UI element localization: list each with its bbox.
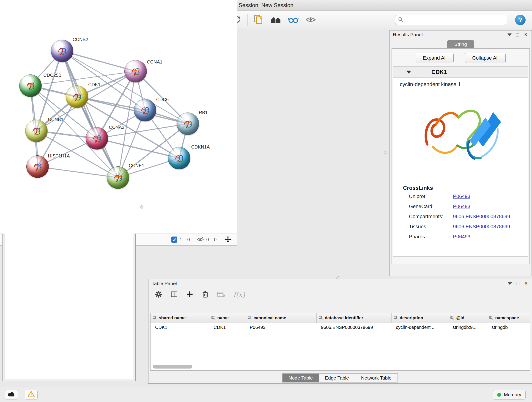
crosslink-row: Pharos: P06493 [409, 234, 528, 240]
clear-table-icon [217, 290, 226, 299]
table-cell[interactable]: 9606.ENSP00000378699 [317, 323, 391, 332]
hidden-counts: 0 – 0 [206, 237, 216, 242]
table-cell[interactable]: CDK1 [151, 323, 209, 332]
show-hide-button[interactable] [304, 13, 318, 27]
tab-edge-table[interactable]: Edge Table [319, 373, 355, 383]
string-results-box: Expand All Collapse All CDK1 cyclin-depe… [392, 48, 530, 264]
column-header[interactable]: canonical name [245, 313, 317, 323]
selected-counts: 1 – 0 [180, 237, 190, 242]
network-node-ccnb2[interactable] [51, 40, 73, 62]
table-cell[interactable]: stringdb:9... [448, 323, 487, 332]
network-node-cdc6[interactable] [134, 99, 156, 121]
copy-style-button[interactable] [251, 13, 266, 27]
function-builder-icon: f(x) [233, 291, 245, 299]
help-button[interactable]: ? [515, 15, 526, 25]
table-cell[interactable]: CDK1 [209, 323, 245, 332]
tab-node-table[interactable]: Node Table [282, 373, 319, 383]
tab-network-table[interactable]: Network Table [355, 373, 398, 383]
crosslink-label: Tissues: [409, 224, 453, 230]
network-node-rb1[interactable] [177, 113, 199, 135]
column-header[interactable]: @id [448, 313, 487, 323]
column-header[interactable]: description [391, 313, 448, 323]
delete-column-icon[interactable] [201, 290, 209, 299]
selected-nodes-checkbox-icon[interactable] [171, 236, 177, 243]
network-node-cdc25b[interactable] [19, 75, 42, 97]
memory-status-icon [497, 393, 501, 397]
network-view-panel: CCNB2CCNA1CDC25BCDK1CDC6RB1CCNB1CCNA2CDK… [0, 0, 237, 246]
column-header[interactable]: shared name [151, 313, 209, 323]
network-node-ccna1[interactable] [124, 60, 147, 83]
float-panel-icon[interactable] [516, 33, 519, 36]
network-edges [0, 0, 237, 234]
crosslink-label: Compartments: [409, 214, 453, 220]
close-panel-icon[interactable]: × [523, 32, 528, 37]
protein-description: cyclin-dependent kinase 1 [393, 78, 528, 88]
crosslink-link[interactable]: P06493 [453, 234, 470, 240]
network-edge[interactable] [38, 167, 118, 178]
table-options-gear-icon[interactable] [154, 290, 163, 299]
crosslink-link[interactable]: 9606.ENSP00000378699 [453, 214, 510, 220]
close-panel-icon[interactable]: × [524, 281, 529, 286]
network-node-ccna2[interactable] [86, 127, 108, 150]
table-cell[interactable]: stringdb [487, 323, 530, 332]
network-node-label: CCNA1 [147, 59, 162, 65]
crosslink-link[interactable]: 9606.ENSP00000378699 [453, 224, 510, 230]
horizontal-scrollbar[interactable] [153, 365, 192, 369]
warning-icon [27, 391, 35, 399]
network-node-label: CCNE1 [129, 163, 144, 168]
show-columns-icon[interactable] [170, 290, 178, 299]
network-node-label: CDC6 [156, 97, 169, 102]
cloud-button[interactable] [5, 390, 18, 400]
panel-menu-icon[interactable] [507, 33, 512, 36]
warnings-button[interactable] [25, 390, 38, 400]
status-bar: Memory [0, 387, 532, 402]
network-canvas[interactable]: CCNB2CCNA1CDC25BCDK1CDC6RB1CCNB1CCNA2CDK… [0, 0, 237, 234]
network-edge[interactable] [62, 51, 118, 178]
hidden-eye-icon[interactable] [196, 236, 204, 244]
crosslink-row: Tissues: 9606.ENSP00000378699 [409, 224, 528, 230]
network-node-ccne1[interactable] [107, 166, 129, 189]
search-field[interactable] [395, 15, 507, 25]
crosslink-row: Compartments: 9606.ENSP00000378699 [409, 214, 528, 220]
layout-tools-button[interactable] [269, 13, 283, 27]
crosslink-label: GeneCard: [409, 204, 453, 210]
memory-label: Memory [504, 392, 521, 397]
application-window: Session: New Session [0, 0, 532, 402]
panel-menu-icon[interactable] [508, 282, 512, 285]
add-column-icon[interactable] [186, 290, 194, 299]
expand-all-button[interactable]: Expand All [416, 53, 454, 63]
network-node-hist1h1a[interactable] [26, 155, 49, 178]
search-input[interactable] [405, 17, 504, 23]
memory-button[interactable]: Memory [493, 390, 526, 400]
table-cell[interactable]: P06493 [245, 323, 317, 332]
protein-structure-image [413, 91, 509, 180]
crosslink-link[interactable]: P06493 [453, 204, 470, 210]
eye-icon [305, 14, 316, 26]
table-cell[interactable]: cyclin-dependent ... [391, 323, 448, 332]
protein-section-header[interactable]: CDK1 [393, 67, 528, 78]
table-row[interactable]: CDK1 CDK1 P06493 9606.ENSP00000378699 cy… [151, 323, 530, 332]
splitter-handle[interactable] [140, 205, 143, 209]
collapse-all-button[interactable]: Collapse All [465, 53, 506, 63]
houses-icon [270, 14, 281, 26]
float-panel-icon[interactable] [516, 282, 519, 285]
column-header[interactable]: name [209, 313, 245, 323]
tab-string[interactable]: String [447, 40, 474, 49]
splitter-handle[interactable] [336, 276, 339, 279]
splitter-handle[interactable] [384, 151, 387, 154]
network-node-cdk1[interactable] [66, 85, 88, 108]
pan-move-icon[interactable] [224, 235, 232, 244]
filter-view-button[interactable] [286, 13, 300, 27]
protein-name: CDK1 [431, 69, 447, 75]
protein-section: CDK1 cyclin-dependent kinase 1 [393, 66, 528, 257]
network-node-label: CDC25B [44, 73, 62, 78]
column-header[interactable]: database identifier [317, 313, 391, 323]
column-header[interactable]: namespace [487, 313, 530, 323]
crosslink-label: Uniprot: [409, 193, 453, 199]
crosslink-link[interactable]: P06493 [453, 193, 470, 199]
network-node-label: HIST1H1A [48, 153, 70, 159]
network-node-ccnb1[interactable] [25, 120, 48, 142]
table-panel-title: Table Panel [152, 281, 177, 286]
network-node-cdkn1a[interactable] [168, 147, 190, 169]
collapse-section-icon[interactable] [406, 70, 411, 74]
